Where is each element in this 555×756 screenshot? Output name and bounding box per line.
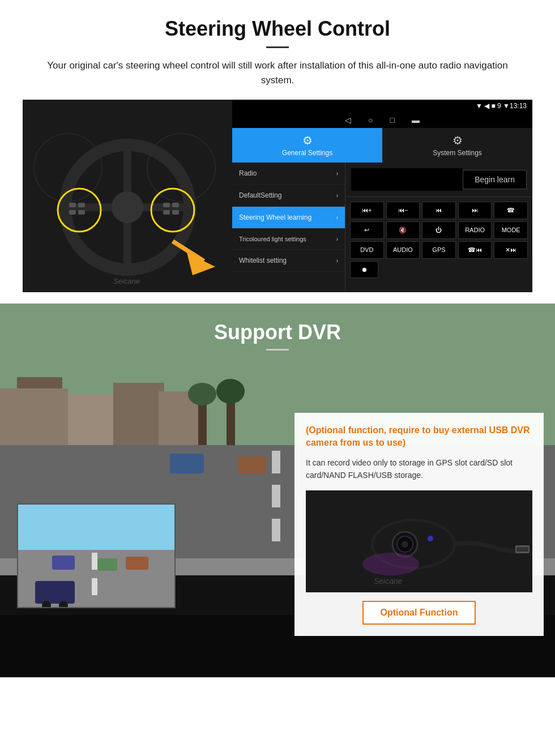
dvr-title: Support DVR <box>0 321 555 344</box>
tab-general-settings[interactable]: ⚙ General Settings <box>232 128 382 163</box>
svg-rect-42 <box>92 553 97 570</box>
menu-icon[interactable]: ▬ <box>412 116 420 125</box>
dvr-camera-image: Seicane <box>306 490 532 592</box>
ctrl-mute[interactable]: 🔇 <box>386 221 420 239</box>
svg-text:Seicane: Seicane <box>374 576 403 586</box>
home-icon[interactable]: ○ <box>368 116 373 125</box>
title-divider <box>266 46 289 48</box>
controls-grid: ⏮+ ⏮− ⏮ ⏭ ☎ ↩ 🔇 ⏻ RADIO MODE <box>345 197 532 283</box>
controls-row-2: ↩ 🔇 ⏻ RADIO MODE <box>350 221 528 239</box>
ctrl-audio[interactable]: AUDIO <box>386 241 420 259</box>
ctrl-hang-up[interactable]: ↩ <box>350 221 384 239</box>
ctrl-dvd[interactable]: DVD <box>350 241 384 259</box>
menu-content: Begin learn ⏮+ ⏮− ⏮ ⏭ ☎ ↩ <box>345 163 532 292</box>
svg-text:Seicane: Seicane <box>113 277 140 285</box>
dvr-optional-text: (Optional function, require to buy exter… <box>306 424 532 450</box>
svg-rect-47 <box>35 581 75 604</box>
ctrl-vol-up[interactable]: ⏮+ <box>350 202 384 219</box>
dvr-divider <box>266 349 289 351</box>
steering-title: Steering Wheel Control <box>23 17 532 41</box>
chevron-right-icon: › <box>336 170 338 177</box>
svg-rect-15 <box>163 210 170 215</box>
system-icon: ⚙ <box>452 134 463 147</box>
svg-rect-11 <box>69 210 76 215</box>
svg-rect-40 <box>18 505 176 550</box>
steering-demo: Seicane ▼ ◀ ■ 9 ▼ 13:13 ◁ ○ □ ▬ ⚙ <box>23 100 532 292</box>
android-tabs: ⚙ General Settings ⚙ System Settings <box>232 128 532 163</box>
dvr-content: (Optional function, require to buy exter… <box>0 368 555 636</box>
dvr-section: Support DVR <box>0 304 555 677</box>
ctrl-mode[interactable]: MODE <box>494 221 528 239</box>
svg-point-60 <box>362 553 419 575</box>
dvr-info-card: (Optional function, require to buy exter… <box>294 413 544 636</box>
chevron-right-icon: › <box>336 193 338 199</box>
svg-rect-14 <box>172 203 179 207</box>
svg-point-55 <box>402 541 408 548</box>
svg-rect-44 <box>52 556 75 570</box>
ctrl-gps[interactable]: GPS <box>422 241 456 259</box>
chevron-right-icon: › <box>336 258 338 264</box>
dvr-left <box>11 368 283 608</box>
optional-function-button[interactable]: Optional Function <box>362 601 476 625</box>
status-icons: ▼ ◀ ■ 9 ▼ <box>476 102 510 110</box>
ctrl-phone-next[interactable]: ✕⏭ <box>494 241 528 259</box>
dvr-right: (Optional function, require to buy exter… <box>294 368 544 636</box>
ctrl-power[interactable]: ⏻ <box>422 221 456 239</box>
android-navbar: ◁ ○ □ ▬ <box>232 112 532 128</box>
gear-icon: ⚙ <box>302 134 313 147</box>
chevron-right-icon: › <box>336 215 338 221</box>
steering-description: Your original car's steering wheel contr… <box>34 58 521 87</box>
begin-learn-button[interactable]: Begin learn <box>463 170 527 189</box>
dvr-title-area: Support DVR <box>0 304 555 356</box>
svg-rect-46 <box>126 557 148 570</box>
ctrl-prev[interactable]: ⏮ <box>422 202 456 219</box>
controls-row-1: ⏮+ ⏮− ⏮ ⏭ ☎ <box>350 202 528 219</box>
ctrl-next[interactable]: ⏭ <box>458 202 492 219</box>
svg-rect-10 <box>78 203 85 207</box>
svg-rect-9 <box>69 203 76 207</box>
menu-item-radio[interactable]: Radio › <box>232 163 345 185</box>
menu-list: Radio › DefaultSetting › Steering Wheel … <box>232 163 345 292</box>
chevron-right-icon: › <box>336 236 338 242</box>
ctrl-vol-down[interactable]: ⏮− <box>386 202 420 219</box>
ctrl-radio[interactable]: RADIO <box>458 221 492 239</box>
android-statusbar: ▼ ◀ ■ 9 ▼ 13:13 <box>232 100 532 112</box>
menu-item-whitelist[interactable]: Whitelist setting › <box>232 250 345 272</box>
recent-icon[interactable]: □ <box>390 116 395 125</box>
steering-wheel-image: Seicane <box>23 100 232 292</box>
controls-row-4: ⏺ <box>350 261 528 278</box>
android-panel: ▼ ◀ ■ 9 ▼ 13:13 ◁ ○ □ ▬ ⚙ General Settin… <box>232 100 532 292</box>
menu-item-default[interactable]: DefaultSetting › <box>232 185 345 207</box>
ctrl-phone-prev[interactable]: ☎⏮ <box>458 241 492 259</box>
svg-rect-12 <box>78 210 85 215</box>
android-menu: Radio › DefaultSetting › Steering Wheel … <box>232 163 532 292</box>
menu-item-steering-wheel[interactable]: Steering Wheel learning › <box>232 207 345 229</box>
steering-section: Steering Wheel Control Your original car… <box>0 0 555 304</box>
svg-rect-43 <box>92 578 97 595</box>
dvr-description: It can record video only to storage in G… <box>306 456 532 482</box>
menu-item-tricoloured[interactable]: Tricoloured light settings › <box>232 229 345 250</box>
svg-point-56 <box>428 536 433 541</box>
controls-row-3: DVD AUDIO GPS ☎⏮ ✕⏭ <box>350 241 528 259</box>
begin-learn-area: Begin learn <box>345 163 532 197</box>
tab-system-settings[interactable]: ⚙ System Settings <box>382 128 532 163</box>
status-time: 13:13 <box>510 102 527 110</box>
svg-rect-58 <box>516 547 528 552</box>
back-icon[interactable]: ◁ <box>345 116 351 125</box>
svg-rect-13 <box>163 203 170 207</box>
ctrl-phone[interactable]: ☎ <box>494 202 528 219</box>
svg-rect-45 <box>97 558 117 571</box>
svg-point-6 <box>112 191 143 223</box>
svg-rect-16 <box>172 210 179 215</box>
ctrl-rec[interactable]: ⏺ <box>350 261 378 278</box>
